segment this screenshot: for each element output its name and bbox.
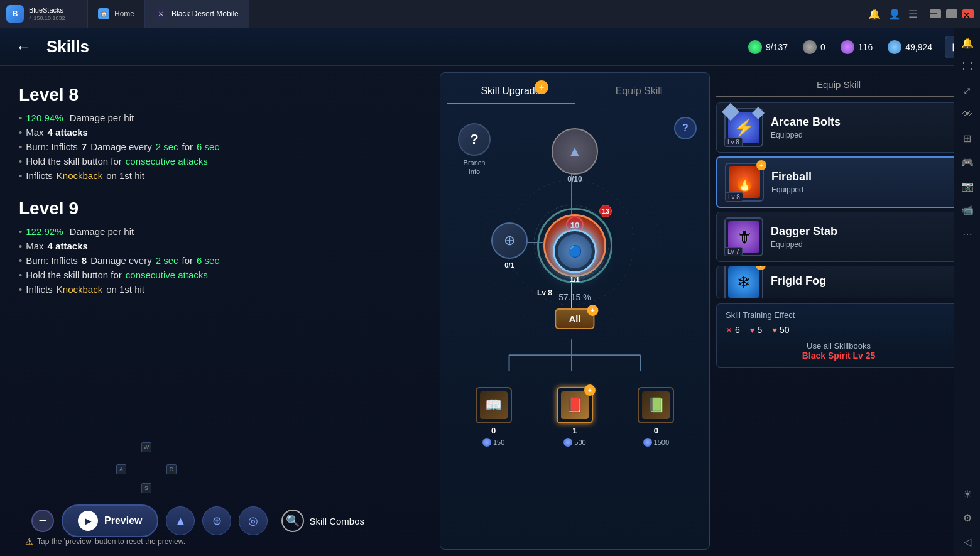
level9-title: Level 9 <box>19 199 421 219</box>
main-node-level: Lv 8 <box>537 288 552 297</box>
skillbook-item-3[interactable]: 📗 0 1500 <box>638 387 674 447</box>
skill-card-dagger[interactable]: 🗡 Lv 7 Dagger Stab Equipped <box>716 212 961 262</box>
tab-home[interactable]: 🏠 Home <box>88 0 145 28</box>
sidebar-layers-icon[interactable]: ⊞ <box>958 129 977 148</box>
bottom-node-ring: 🔵 <box>553 229 597 273</box>
help-button[interactable]: ? <box>674 117 697 139</box>
panel-tabs: Skill Upgrade + Equip Skill <box>447 79 703 104</box>
sidebar-arrow-icon[interactable]: ◁ <box>958 532 977 551</box>
book-inner-1: 📖 <box>480 391 508 419</box>
skillbook-icon-3: 📗 <box>638 387 674 423</box>
fireball-lv-badge: Lv 8 <box>725 192 743 202</box>
stat-silver: 0 <box>803 40 825 54</box>
arcane-lv-badge: Lv 8 <box>724 138 743 147</box>
silver-icon <box>803 40 817 54</box>
black-spirit-label: Black Spirit Lv 25 <box>726 351 952 361</box>
book-inner-3: 📗 <box>642 391 670 419</box>
top-node-circle: ▲ <box>552 128 598 175</box>
sidebar-video-icon[interactable]: 📹 <box>958 200 977 219</box>
sidebar-brightness-icon[interactable]: ☀ <box>958 484 977 503</box>
book-inner-2: 📕 <box>561 391 589 419</box>
ctrl-alt-btn[interactable]: ◎ <box>239 506 268 535</box>
level9-bullet1: 122.92% Damage per hit <box>19 226 421 237</box>
equip-skill-tab[interactable]: Equip Skill <box>716 72 961 97</box>
level8-bullet5: Inflicts Knockback on 1st hit <box>19 170 421 181</box>
kbd-s: S <box>141 483 151 493</box>
game-area: ← Skills 9/137 0 116 49,924 ⊟ Le <box>0 28 980 556</box>
maximize-button[interactable] <box>946 9 957 18</box>
dagger-icon-box: 🗡 Lv 7 <box>724 217 763 256</box>
preview-note: ⚠ Tap the 'preview' button to reset the … <box>25 537 185 547</box>
back-button[interactable]: ← <box>13 35 34 59</box>
training-stat-heart2: ♥ 50 <box>772 325 789 335</box>
preview-note-text: Tap the 'preview' button to reset the pr… <box>37 537 185 546</box>
bs-icon: B <box>6 5 24 23</box>
left-skill-node[interactable]: ⊕ 0/1 <box>491 222 528 269</box>
sidebar-bell-icon[interactable]: 🔔 <box>958 33 977 52</box>
sidebar-gamepad-icon[interactable]: 🎮 <box>958 153 977 172</box>
top-skill-node[interactable]: ▲ 0/10 <box>552 128 598 183</box>
skillbook-count-1: 0 <box>491 426 496 435</box>
bell-icon[interactable]: 🔔 <box>868 8 881 20</box>
bs-app-name: BlueStacks <box>29 6 65 14</box>
progress-percent: 57.15 % <box>558 292 591 302</box>
home-tab-label: Home <box>114 9 134 18</box>
skillbook-count-2: 1 <box>572 426 577 435</box>
sidebar-expand-icon[interactable]: ⛶ <box>958 57 977 76</box>
skill-card-fireball[interactable]: 🔥 Lv 8 + Fireball Equipped <box>716 156 961 208</box>
training-x-value: 6 <box>735 325 740 335</box>
skill-card-arcane[interactable]: ⚡ Lv 8 Arcane Bolts Equipped <box>716 102 961 153</box>
level8-bullet3: Burn: Inflicts 7 Damage every 2 sec for … <box>19 141 421 152</box>
user-icon[interactable]: 👤 <box>888 8 901 20</box>
skill-upgrade-panel: Skill Upgrade + Equip Skill <box>440 72 710 550</box>
top-bar-right: 🔔 👤 ☰ — ✕ <box>868 8 980 20</box>
stamina-icon <box>748 40 762 54</box>
training-effect-panel: Skill Training Effect ✕ 6 ♥ 5 ♥ 50 Use a… <box>716 303 961 368</box>
skillbook-item-1[interactable]: 📖 0 150 <box>476 387 512 447</box>
sidebar-fullscreen-icon[interactable]: ⤢ <box>958 81 977 100</box>
minimize-button[interactable]: — <box>930 9 941 18</box>
close-button[interactable]: ✕ <box>962 9 974 18</box>
tab-skill-upgrade[interactable]: Skill Upgrade + <box>447 79 575 104</box>
tab-game[interactable]: ⚔ Black Desert Mobile <box>145 0 249 28</box>
bottom-skill-node[interactable]: 🔵 1/1 <box>553 229 597 283</box>
level9-bullet4: Hold the skill button for consecutive at… <box>19 270 421 280</box>
coin-icon-2 <box>564 438 572 447</box>
badge-13: 13 <box>599 205 612 217</box>
stat-gold: 49,924 <box>888 40 932 54</box>
level9-bullet3: Burn: Inflicts 8 Damage every 2 sec for … <box>19 255 421 266</box>
preview-button[interactable]: ▶ Preview <box>62 504 158 537</box>
gold-icon <box>888 40 901 54</box>
skills-title: Skills <box>46 37 89 57</box>
branch-info-icon: ? <box>458 123 491 156</box>
branch-info[interactable]: ? BranchInfo <box>458 123 491 177</box>
sidebar-config-icon[interactable]: ⚙ <box>958 508 977 527</box>
training-stat-x: ✕ 6 <box>726 325 740 335</box>
dagger-info: Dagger Stab Equipped <box>771 225 953 249</box>
training-heart1-value: 5 <box>758 325 763 335</box>
ctrl-skill-btn[interactable]: ⊕ <box>202 506 231 535</box>
all-button[interactable]: All + <box>555 308 594 329</box>
warning-icon: ⚠ <box>25 537 33 547</box>
skillbook-price-1: 150 <box>482 438 504 447</box>
ctrl-up-btn[interactable]: ▲ <box>166 506 195 535</box>
skill-card-frigid[interactable]: ❄ + Frigid Fog <box>716 266 961 298</box>
minus-button[interactable]: − <box>31 510 54 532</box>
sidebar-settings-icon[interactable]: ⋯ <box>958 224 977 243</box>
skill-info-area: Level 8 120.94% Damage per hit Max 4 att… <box>0 66 440 556</box>
right-sidebar: 🔔 ⛶ ⤢ 👁 ⊞ 🎮 📷 📹 ⋯ ☀ ⚙ ◁ <box>954 28 980 556</box>
tab-plus-badge: + <box>535 80 548 94</box>
sidebar-camera-icon[interactable]: 📷 <box>958 177 977 195</box>
sidebar-eye-icon[interactable]: 👁 <box>958 105 977 124</box>
skillbook-count-3: 0 <box>654 426 658 435</box>
skill-combos-button[interactable]: 🔍 Skill Combos <box>281 510 364 532</box>
tab-equip-skill[interactable]: Equip Skill <box>575 79 703 104</box>
fireball-info: Fireball Equipped <box>771 170 952 194</box>
frigid-icon: ❄ <box>728 266 760 298</box>
skillbook-icon-1: 📖 <box>476 387 512 423</box>
menu-icon[interactable]: ☰ <box>908 8 917 20</box>
stamina-value: 9/137 <box>766 42 788 52</box>
skillbook-item-2[interactable]: 📕 + 1 500 <box>557 387 593 447</box>
skillbook-price-2: 500 <box>564 438 585 447</box>
bs-version: 4.150.10.1032 <box>29 15 65 21</box>
